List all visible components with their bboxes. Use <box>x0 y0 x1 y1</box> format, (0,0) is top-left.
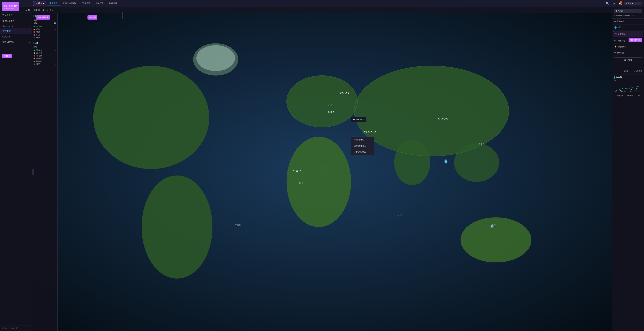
device-unconn-val: -- <box>55 63 56 65</box>
device-maint-label: 设备维护 <box>36 58 42 60</box>
search-button[interactable]: 🔍 <box>605 1 610 6</box>
station-capacity-row: 容量 <box>34 19 56 21</box>
device-color-standby <box>34 52 35 54</box>
sidebar-item-asset-overview-label: 资产概览 <box>2 30 11 33</box>
right-panel-language[interactable]: 🌐 语言 › <box>612 25 644 31</box>
status-maint-label: 有维护 <box>36 28 40 30</box>
turbine-cluster-asia[interactable]: ⚙ ⚙ ⚙ ⚙ <box>438 117 448 121</box>
tab-digital-twin[interactable]: 数字孪生可视化 <box>60 1 79 6</box>
theme-label: 系统主题 <box>617 39 625 42</box>
svg-point-3 <box>354 66 509 156</box>
device-status-maint: 设备维护 -- <box>34 58 56 60</box>
turbine-cluster-europe-s[interactable]: ⚙ ⚙ ⚙ <box>328 111 334 114</box>
screen-button[interactable]: ⊡ <box>611 1 616 6</box>
device-color-maint <box>34 58 35 59</box>
australia-marker: 💧 <box>490 224 494 228</box>
logout-button[interactable]: 退出登录 <box>614 58 642 63</box>
logout-label: 退出登录 <box>624 59 632 61</box>
grid-menu-icon[interactable] <box>2 2 5 5</box>
change-password-label: 修改密码 <box>618 45 626 48</box>
user-email-display: username@example.com <box>614 14 634 16</box>
legend-wind-label: 风速 <box>638 95 640 97</box>
tab-reports[interactable]: 报表工具 <box>93 1 106 6</box>
device-status-normal: 正常运行 -- <box>34 49 56 51</box>
world-map-svg <box>32 7 612 331</box>
chart-lines <box>614 82 642 94</box>
sidebar-item-multidomain-label: 多领域仪表盘 <box>2 20 14 22</box>
chart-area: 功率趋势 GW 实时功率 理论功率 <box>612 75 644 98</box>
notification-button[interactable]: 🔔 2 <box>618 1 622 6</box>
sidebar-item-workorder[interactable]: 工单仪表盘 <box>0 13 32 18</box>
tab-work-management[interactable]: 工作管理 <box>80 1 93 6</box>
popup-arrow-icon[interactable]: › <box>363 118 364 121</box>
switch-company-label: 切换企业 <box>617 20 625 23</box>
sidebar: 通用监测 ☰ ⊞ 工单仪表盘 多领域仪表盘 通用监测工具 ▾ 资产概览 资产列表… <box>0 7 32 331</box>
svg-point-8 <box>394 140 430 185</box>
device-total-row: 总数 — <box>34 46 56 48</box>
tab-combined[interactable]: ⚏ 综合 ▾ <box>33 1 46 6</box>
sidebar-menu-icon[interactable]: ☰ <box>25 9 27 11</box>
device-comm-label: 通讯中断 <box>36 60 42 63</box>
status-bar-unconnected: 未接入 -- <box>34 37 56 39</box>
right-panel-change-password[interactable]: 🔒 修改密码 <box>612 44 644 50</box>
sidebar-grid-icon[interactable]: ⊞ <box>28 9 30 11</box>
language-content: 🌐 语言 <box>614 26 622 29</box>
collapse-arrow[interactable]: ▾ <box>612 65 644 69</box>
map-background: 全部 68 ⚡ 61 ⊙ 7 场站 容量 总数 68 <box>32 7 612 331</box>
tab-metrics[interactable]: 指标管理 <box>107 1 120 6</box>
map-popup-wf035[interactable]: ⚙ WF035 › <box>351 117 366 122</box>
right-panel-switch-company[interactable]: ⇄ 切换企业 <box>612 19 644 25</box>
nav-mode-label: 导航模式 <box>618 33 626 36</box>
turbine-cluster-europe[interactable]: ⚙ ⚙ ⚙ ⚙ <box>340 91 350 94</box>
map-topbar: 全部 68 ⚡ 61 ⊙ 7 <box>32 7 612 13</box>
nav-mode-icon: ⊞ <box>615 33 617 36</box>
sidebar-toggle-button[interactable]: ‹ <box>32 169 34 175</box>
revoke-label: 撤销同意 <box>617 51 625 54</box>
legend-wind-line <box>634 96 637 96</box>
right-panel-theme[interactable]: ⊙ 系统主题 <box>612 38 644 44</box>
context-menu-nav: 单应用模式 全部应用模式 分类导航模式 ✓ <box>351 137 374 155</box>
sidebar-item-asset-list[interactable]: 资产列表 <box>0 34 32 40</box>
status-unconn-val: -- <box>55 37 56 39</box>
context-menu-all-apps[interactable]: 全部应用模式 <box>351 143 374 149</box>
status-bar-maintenance: 有维护 -- <box>34 28 56 30</box>
chevron-right-icon: › <box>29 41 30 44</box>
station-count-value: 68 <box>54 22 56 25</box>
main-layout: 通用监测 ☰ ⊞ 工单仪表盘 多领域仪表盘 通用监测工具 ▾ 资产概览 资产列表… <box>0 7 644 331</box>
device-maint-val: -- <box>55 58 56 60</box>
tab-reports-label: 报表工具 <box>96 2 104 5</box>
svg-point-1 <box>286 76 357 127</box>
right-panel-user: 用户名称 username@example.com <box>612 7 644 19</box>
right-panel-revoke-consent[interactable]: ↺ 撤销同意 <box>612 50 644 56</box>
context-menu-single-app[interactable]: 单应用模式 <box>351 137 374 143</box>
sidebar-item-multidomain[interactable]: 多领域仪表盘 <box>0 18 32 24</box>
turbine-cluster-africa[interactable]: ⚙ ⚙ ⚙ <box>293 169 301 173</box>
svg-point-6 <box>460 217 532 262</box>
tab-monitoring[interactable]: 通用监测 <box>47 1 60 6</box>
status-color-fault <box>34 31 35 33</box>
notification-badge: 2 <box>620 1 622 4</box>
turbine-cluster-mideast[interactable]: ⚙ ⚙ ⚙ ⚙ ⚙ <box>362 130 376 134</box>
tab-monitoring-label: 通用监测 <box>49 2 58 5</box>
legend-planned-label: 计划发电量 <box>634 70 642 72</box>
device-comm-val: -- <box>55 61 56 62</box>
sidebar-section-monitoring-tools[interactable]: 通用监测工具 ▾ <box>0 24 32 29</box>
popup-turbine-icon: ⚙ <box>353 118 355 121</box>
grid-small-icon: ⚏ <box>36 2 38 5</box>
sidebar-section-analysis-tools[interactable]: 通用分析工具 › <box>0 40 32 44</box>
globe-icon: 🌐 <box>614 26 617 29</box>
user-info-button[interactable]: 用户名 ▾ <box>624 2 642 6</box>
map-stat-online: ⚡ 61 <box>42 9 48 11</box>
right-panel-nav-mode[interactable]: ⊞ 导航模式 › <box>613 31 643 37</box>
legend-wind: 风速 <box>634 95 640 97</box>
sidebar-section-monitoring-tools-label: 通用监测工具 <box>2 25 14 28</box>
device-fault-val: -- <box>55 55 56 57</box>
context-menu-category-nav[interactable]: 分类导航模式 ✓ <box>351 149 374 155</box>
svg-point-9 <box>454 143 499 182</box>
sidebar-item-asset-overview[interactable]: 资产概览 <box>0 29 32 34</box>
device-standby-val: -- <box>55 52 56 54</box>
theme-icon: ⊙ <box>614 39 616 42</box>
stats-divider <box>34 40 56 40</box>
status-color-unconn <box>34 37 35 38</box>
legend-theoretical-label: 理论功率 <box>627 95 633 97</box>
